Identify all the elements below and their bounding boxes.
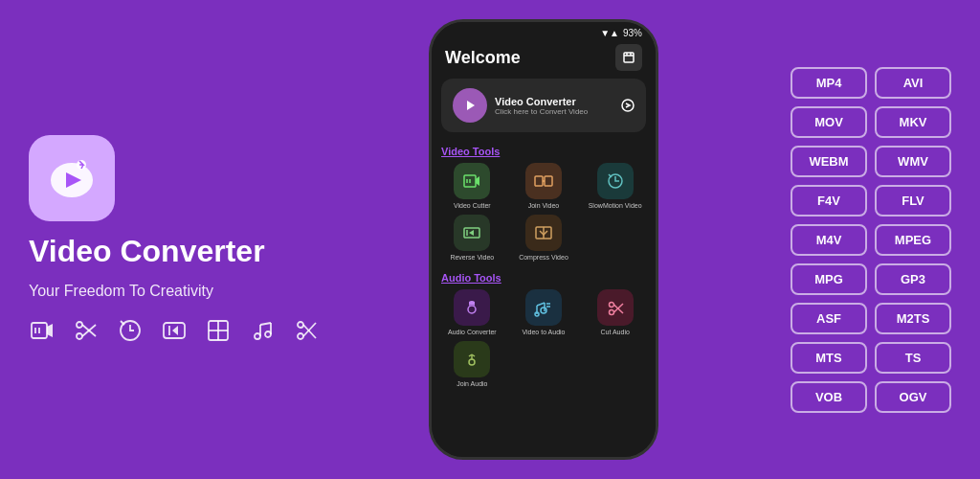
svg-line-26 bbox=[303, 325, 316, 338]
tool-compress-video[interactable]: Compress Video bbox=[511, 215, 577, 261]
converter-name: Video Converter bbox=[495, 96, 588, 107]
format-tag-wmv[interactable]: WMV bbox=[875, 146, 951, 177]
format-tag-mov[interactable]: MOV bbox=[791, 106, 867, 138]
svg-line-50 bbox=[537, 303, 545, 306]
tool-label: Video to Audio bbox=[522, 329, 565, 335]
svg-marker-42 bbox=[469, 230, 474, 236]
tool-video-cutter[interactable]: Video Cutter bbox=[439, 163, 505, 209]
format-tag-mkv[interactable]: MKV bbox=[875, 106, 951, 138]
format-tag-ts[interactable]: TS bbox=[875, 342, 951, 374]
app-title: Video Converter bbox=[29, 235, 265, 268]
tool-label: Video Cutter bbox=[454, 202, 491, 209]
svg-marker-14 bbox=[172, 326, 178, 335]
converter-card-left: Video Converter Click here to Convert Vi… bbox=[453, 88, 588, 123]
format-tag-f4v[interactable]: F4V bbox=[791, 185, 867, 217]
signal-icon: ▼▲ bbox=[600, 28, 619, 38]
svg-point-23 bbox=[298, 333, 303, 339]
svg-line-22 bbox=[260, 323, 271, 325]
format-tags-grid: MP4AVIMOVMKVWEBMWMVF4VFLVM4VMPEGMPGGP3AS… bbox=[791, 67, 951, 413]
format-tag-avi[interactable]: AVI bbox=[875, 67, 951, 99]
svg-point-55 bbox=[609, 303, 613, 308]
tool-reverse-video[interactable]: Reverse Video bbox=[439, 215, 505, 261]
svg-point-46 bbox=[468, 306, 476, 313]
battery-text: 93% bbox=[623, 28, 642, 38]
video-tools-grid: Video Cutter Join Video SlowMotion Video… bbox=[432, 163, 656, 268]
svg-point-32 bbox=[622, 100, 634, 111]
tool-label: Cut Audio bbox=[600, 329, 629, 335]
slow-motion-icon bbox=[117, 317, 144, 344]
svg-point-47 bbox=[541, 308, 546, 313]
video-tools-label: Video Tools bbox=[432, 142, 656, 163]
svg-line-25 bbox=[303, 323, 316, 336]
app-subtitle: Your Freedom To Creativity bbox=[29, 283, 213, 300]
tool-label: Join Video bbox=[528, 202, 560, 209]
tool-label: SlowMotion Video bbox=[589, 202, 642, 209]
scissors-icon bbox=[293, 317, 320, 344]
left-section: Video Converter Your Freedom To Creativi… bbox=[29, 135, 297, 343]
tool-audio-converter[interactable]: Audio Converter bbox=[439, 289, 505, 335]
phone-welcome-title: Welcome bbox=[445, 48, 521, 68]
svg-marker-31 bbox=[467, 101, 475, 110]
tool-label: Reverse Video bbox=[450, 254, 494, 261]
rewind-icon bbox=[161, 317, 188, 344]
app-icon bbox=[29, 135, 115, 221]
converter-text: Video Converter Click here to Convert Vi… bbox=[495, 96, 588, 116]
format-tag-m2ts[interactable]: M2TS bbox=[875, 303, 951, 334]
toolbar-icons bbox=[29, 317, 320, 344]
music-icon bbox=[249, 317, 276, 344]
format-tag-webm[interactable]: WEBM bbox=[791, 146, 867, 177]
format-tag-mts[interactable]: MTS bbox=[791, 342, 867, 374]
svg-rect-27 bbox=[624, 53, 634, 62]
format-tag-mp4[interactable]: MP4 bbox=[791, 67, 867, 99]
svg-point-58 bbox=[469, 359, 475, 365]
svg-rect-38 bbox=[545, 176, 552, 186]
svg-point-7 bbox=[77, 322, 82, 328]
compress-icon bbox=[205, 317, 232, 344]
tool-label: Join Audio bbox=[457, 380, 487, 387]
tool-label: Audio Converter bbox=[448, 329, 497, 335]
svg-rect-37 bbox=[535, 176, 543, 186]
converter-card[interactable]: Video Converter Click here to Convert Vi… bbox=[441, 79, 646, 132]
status-bar: ▼▲ 93% bbox=[432, 22, 656, 40]
phone-header: Welcome bbox=[432, 40, 656, 79]
audio-tools-grid: Audio Converter Video to Audio Cut Audio… bbox=[432, 289, 656, 395]
format-tag-asf[interactable]: ASF bbox=[791, 303, 867, 334]
converter-sub: Click here to Convert Video bbox=[495, 107, 588, 116]
format-tag-vob[interactable]: VOB bbox=[791, 381, 867, 413]
history-icon[interactable] bbox=[615, 44, 642, 71]
format-tag-mpg[interactable]: MPG bbox=[791, 263, 867, 295]
svg-marker-4 bbox=[47, 324, 53, 337]
format-tag-flv[interactable]: FLV bbox=[875, 185, 951, 217]
format-tag-m4v[interactable]: M4V bbox=[791, 224, 867, 256]
video-tool-icon bbox=[29, 317, 56, 344]
format-tag-mpeg[interactable]: MPEG bbox=[875, 224, 951, 256]
phone-mockup: ▼▲ 93% Welcome Video Converter Click her… bbox=[429, 19, 658, 460]
tool-cut-audio[interactable]: Cut Audio bbox=[582, 289, 648, 335]
arrow-icon bbox=[621, 99, 635, 112]
svg-point-54 bbox=[609, 310, 613, 315]
tool-label: Compress Video bbox=[519, 254, 568, 261]
tool-slow-motion[interactable]: SlowMotion Video bbox=[582, 163, 648, 209]
svg-point-24 bbox=[298, 322, 303, 328]
tool-join-video[interactable]: Join Video bbox=[511, 163, 577, 209]
tool-video-to-audio[interactable]: Video to Audio bbox=[511, 289, 577, 335]
audio-tools-label: Audio Tools bbox=[432, 268, 656, 289]
svg-point-8 bbox=[77, 333, 82, 339]
phone-screen: ▼▲ 93% Welcome Video Converter Click her… bbox=[432, 22, 656, 457]
converter-avatar bbox=[453, 88, 487, 123]
format-tag-ogv[interactable]: OGV bbox=[875, 381, 951, 413]
cut-tool-icon bbox=[73, 317, 100, 344]
tool-join-audio[interactable]: Join Audio bbox=[439, 341, 505, 387]
format-tag-gp3[interactable]: GP3 bbox=[875, 263, 951, 295]
